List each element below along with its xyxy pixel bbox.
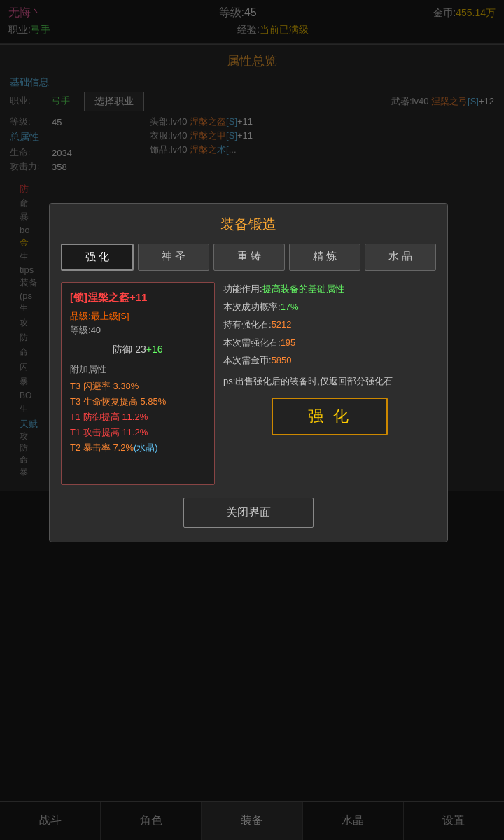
need-stone-row: 本次需强化石:195 <box>223 336 436 350</box>
sub-attr-3: T1 防御提高 11.2% <box>70 411 206 424</box>
item-defense: 防御 23+16 <box>70 344 206 356</box>
success-val: 17% <box>281 302 299 312</box>
need-gold-val: 5850 <box>272 355 292 365</box>
info-panel: 功能作用:提高装备的基础属性 本次成功概率:17% 持有强化石:5212 本次需… <box>223 282 436 485</box>
item-name: [锁]涅槃之盔+11 <box>70 291 206 304</box>
need-gold-row: 本次需金币:5850 <box>223 354 436 368</box>
item-card[interactable]: [锁]涅槃之盔+11 品级:最上级[S] 等级:40 防御 23+16 附加属性… <box>61 282 215 485</box>
sub-attr-1: T3 闪避率 3.38% <box>70 380 206 393</box>
tab-shensheng[interactable]: 神 圣 <box>138 244 209 271</box>
item-defense-bonus: +16 <box>146 344 163 355</box>
sub-attr-4: T1 攻击提高 11.2% <box>70 426 206 439</box>
hold-stone-val: 5212 <box>272 319 292 330</box>
sub-attr-2: T3 生命恢复提高 5.85% <box>70 396 206 408</box>
ps-text: ps:出售强化后的装备时,仅返回部分强化石 <box>223 374 436 388</box>
item-level: 等级:40 <box>70 324 206 337</box>
tab-shuijing[interactable]: 水 晶 <box>365 244 436 271</box>
forge-action-button[interactable]: 强 化 <box>272 398 388 435</box>
success-row: 本次成功概率:17% <box>223 300 436 314</box>
item-grade-val: 最上级[S] <box>91 311 130 321</box>
tab-qianghua[interactable]: 强 化 <box>61 244 134 271</box>
func-val: 提高装备的基础属性 <box>262 284 344 294</box>
sub-attr-label: 附加属性 <box>70 363 206 376</box>
forge-content: [锁]涅槃之盔+11 品级:最上级[S] 等级:40 防御 23+16 附加属性… <box>61 282 436 485</box>
forge-modal-title: 装备锻造 <box>61 215 436 234</box>
sub-attr-5: T2 暴击率 7.2%(水晶) <box>70 442 206 454</box>
hold-stone-row: 持有强化石:5212 <box>223 318 436 332</box>
forge-modal: 装备锻造 强 化 神 圣 重 铸 精 炼 水 晶 [锁]涅槃之盔+11 品级:最… <box>49 203 448 542</box>
forge-tabs: 强 化 神 圣 重 铸 精 炼 水 晶 <box>61 244 436 271</box>
item-level-val: 40 <box>91 325 101 335</box>
func-row: 功能作用:提高装备的基础属性 <box>223 282 436 296</box>
need-stone-val: 195 <box>281 337 296 348</box>
tab-chongzhu[interactable]: 重 铸 <box>214 244 285 271</box>
item-grade: 品级:最上级[S] <box>70 310 206 323</box>
close-forge-button[interactable]: 关闭界面 <box>183 498 314 528</box>
tab-jinglian[interactable]: 精 炼 <box>289 244 360 271</box>
